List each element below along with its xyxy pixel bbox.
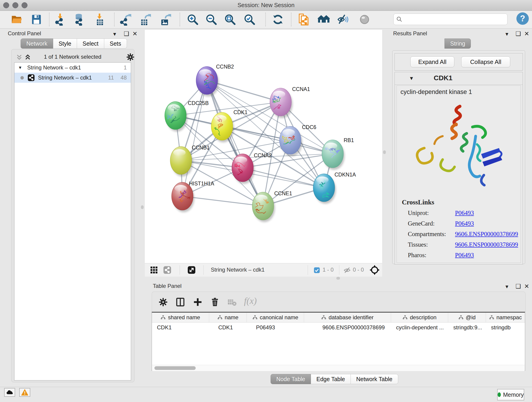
tab-sets[interactable]: Sets	[104, 38, 127, 49]
export-image-button[interactable]	[159, 13, 172, 26]
node-CDC6[interactable]: CDC6	[279, 124, 317, 156]
help-button[interactable]: ?	[516, 12, 529, 25]
collection-name: String Network – cdk1	[27, 64, 81, 71]
network-row-selected[interactable]: String Network – cdk1 11 48	[14, 73, 131, 83]
table-row[interactable]: CDK1 CDK1 P06493 9606.ENSP00000378699 cy…	[152, 322, 525, 332]
search-input[interactable]	[403, 16, 505, 23]
collapse-panel-icon[interactable]: ▼	[505, 284, 509, 289]
network-edge[interactable]	[182, 196, 263, 206]
string-home-button[interactable]	[317, 13, 330, 26]
splitter-handle[interactable]	[141, 205, 144, 209]
open-session-button[interactable]	[11, 13, 23, 26]
float-panel-icon[interactable]: ❑	[124, 31, 129, 37]
birds-eye-view-icon[interactable]	[369, 265, 380, 275]
network-edges[interactable]	[176, 80, 333, 206]
column-header-database-identifier[interactable]: database identifier	[304, 313, 391, 322]
memory-button[interactable]: Memory	[497, 389, 524, 400]
splitter-handle[interactable]	[383, 150, 386, 154]
string-settings-button[interactable]	[358, 13, 371, 26]
delete-column-trash-icon[interactable]	[210, 297, 220, 307]
refresh-button[interactable]	[272, 13, 284, 26]
node-RB1[interactable]: RB1	[322, 137, 354, 170]
node-CCNE1[interactable]: CCNE1	[252, 191, 292, 222]
hidden-eye-icon[interactable]	[343, 266, 351, 274]
gear-icon[interactable]	[126, 53, 135, 61]
expand-all-icon[interactable]	[24, 53, 32, 61]
close-panel-icon[interactable]: ✕	[133, 31, 138, 37]
string-import-button[interactable]	[297, 13, 310, 26]
scrollbar-thumb[interactable]	[154, 366, 196, 370]
crosslink-value[interactable]: P06493	[455, 210, 474, 216]
collapse-all-button[interactable]: Collapse All	[461, 56, 510, 67]
column-header-shared-name[interactable]: shared name	[152, 313, 209, 322]
network-collection-row[interactable]: ▼ String Network – cdk1 1	[14, 63, 131, 73]
tab-select[interactable]: Select	[77, 38, 104, 49]
splitter-handle[interactable]	[336, 277, 340, 280]
column-header-namespace[interactable]: namespac	[486, 313, 525, 322]
tab-string[interactable]: String	[444, 38, 471, 49]
collapse-panel-icon[interactable]: ▼	[112, 32, 117, 36]
main-toolbar: ?	[0, 11, 532, 29]
add-column-icon[interactable]	[193, 297, 203, 307]
crosslink-label: GeneCard:	[408, 218, 455, 229]
warnings-button[interactable]	[19, 388, 30, 397]
close-panel-icon[interactable]: ✕	[524, 283, 529, 289]
export-network-icon	[119, 13, 132, 26]
tree-expander-icon[interactable]: ▼	[18, 65, 22, 70]
import-table-file-button[interactable]	[93, 13, 106, 26]
tab-network[interactable]: Network	[21, 38, 53, 49]
save-session-button[interactable]	[30, 13, 43, 26]
tab-network-table[interactable]: Network Table	[351, 374, 398, 384]
network-edge[interactable]	[207, 80, 263, 206]
column-header-description[interactable]: description	[391, 313, 448, 322]
zoom-fit-button[interactable]	[224, 13, 236, 26]
grid-view-icon[interactable]	[150, 266, 158, 274]
string-enrichment-button[interactable]	[337, 13, 350, 26]
expand-all-button[interactable]: Expand All	[410, 56, 454, 67]
node-HIST1H1A[interactable]: HIST1H1A	[172, 181, 215, 212]
network-view[interactable]: CCNB2CCNA1CDC25BCDK1CDC6RB1CCNB1CCNA2CDK…	[145, 30, 382, 263]
table-settings-gear-icon[interactable]	[158, 297, 168, 307]
import-network-file-button[interactable]	[54, 13, 66, 26]
node-CDKN1A[interactable]: CDKN1A	[313, 172, 356, 204]
crosslink-value[interactable]: P06493	[455, 220, 474, 227]
close-panel-icon[interactable]: ✕	[524, 31, 529, 37]
export-network-button[interactable]	[119, 13, 132, 26]
network-canvas[interactable]: CCNB2CCNA1CDC25BCDK1CDC6RB1CCNB1CCNA2CDK…	[145, 30, 382, 263]
zoom-out-button[interactable]	[205, 13, 218, 26]
tab-node-table[interactable]: Node Table	[271, 374, 311, 384]
node-CCNB2[interactable]: CCNB2	[196, 64, 234, 96]
column-header-name[interactable]: name	[209, 313, 247, 322]
collapse-panel-icon[interactable]: ▼	[505, 32, 509, 36]
table-horizontal-scrollbar[interactable]	[152, 365, 525, 371]
selected-checkbox-icon[interactable]	[313, 267, 320, 274]
node-CCNB1[interactable]: CCNB1	[170, 145, 210, 177]
cloud-button[interactable]	[4, 388, 15, 397]
crosslink-row: Uniprot:P06493	[408, 208, 518, 218]
column-label: description	[410, 314, 437, 321]
column-header-id[interactable]: @id	[448, 313, 486, 322]
network-edge[interactable]	[182, 80, 207, 196]
crosslink-value[interactable]: P06493	[455, 252, 474, 259]
node-CDK1[interactable]: CDK1	[211, 109, 247, 142]
tab-style[interactable]: Style	[53, 38, 77, 49]
export-table-button[interactable]	[139, 13, 152, 26]
section-expander-icon[interactable]: ▼	[409, 75, 414, 81]
delete-table-icon-disabled	[228, 299, 237, 306]
import-network-database-button[interactable]	[73, 13, 86, 26]
gene-detail-box: cyclin-dependent kinase 1	[397, 85, 521, 263]
crosslink-value[interactable]: 9606.ENSP00000378699	[455, 241, 518, 248]
crosslink-value[interactable]: 9606.ENSP00000378699	[455, 230, 518, 237]
float-panel-icon[interactable]: ❑	[515, 283, 521, 289]
open-in-new-window-icon[interactable]	[187, 266, 196, 274]
string-view-icon[interactable]	[163, 266, 171, 274]
column-header-canonical-name[interactable]: canonical name	[247, 313, 304, 322]
node-CCNA1[interactable]: CCNA1	[270, 86, 310, 118]
status-bar: Memory	[0, 387, 532, 402]
zoom-in-button[interactable]	[186, 13, 199, 26]
show-columns-icon[interactable]	[175, 297, 185, 307]
zoom-selected-button[interactable]	[243, 13, 256, 26]
collapse-all-icon[interactable]	[15, 53, 23, 61]
float-panel-icon[interactable]: ❑	[515, 31, 521, 37]
tab-edge-table[interactable]: Edge Table	[311, 374, 351, 384]
